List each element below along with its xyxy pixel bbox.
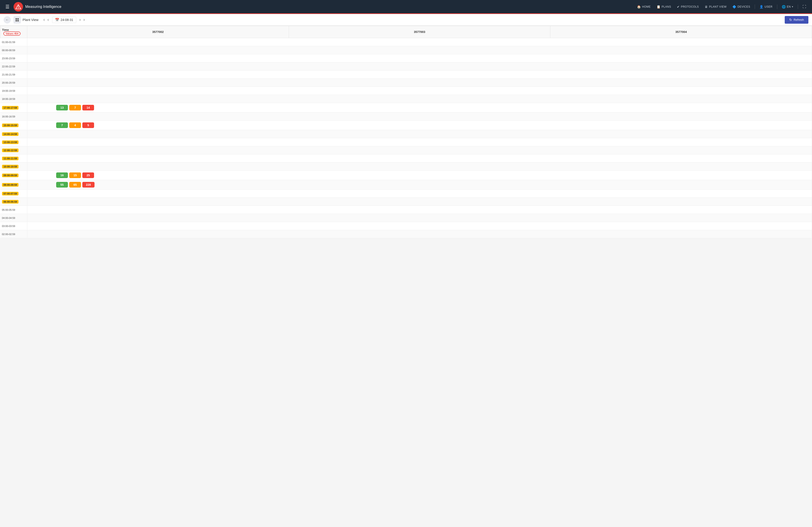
value-chip[interactable]: 5 (82, 122, 94, 128)
value-chip[interactable]: 7 (69, 105, 81, 110)
time-cell: 22:00-22:59 (0, 62, 27, 71)
table-row: 14:00-14:59 (0, 130, 812, 138)
value-chip[interactable]: 14 (82, 105, 94, 110)
lang-icon: 🌐 (782, 5, 786, 9)
data-cell (27, 138, 812, 146)
nav-lang[interactable]: 🌐 en ▾ (780, 4, 796, 10)
data-cell (27, 198, 812, 206)
data-cell: 161525 (27, 171, 812, 180)
protocols-icon: ✔ (677, 5, 680, 9)
data-cell (27, 154, 812, 163)
home-icon: 🏠 (637, 5, 641, 9)
time-cell: 17:00-17:59 (0, 103, 27, 112)
nav-protocols[interactable]: ✔ PROTOCOLS (675, 4, 701, 10)
time-cell: 05:00-05:59 (0, 206, 27, 214)
nav-devices[interactable]: 🔷 DEVICES (730, 4, 752, 10)
data-cell (27, 95, 812, 103)
value-chip[interactable]: 25 (82, 172, 94, 178)
time-cell: 08:00-08:59 (0, 180, 27, 190)
value-chip[interactable]: 16 (56, 172, 68, 178)
expand-icon: ⛶ (802, 5, 806, 9)
time-badge: 13:00-13:59 (2, 140, 19, 144)
nav-lang-label: en (787, 5, 791, 8)
time-badge: 11:00-11:59 (2, 157, 19, 160)
table-row: 19:00-19:59 (0, 87, 812, 95)
devices-icon: 🔷 (733, 5, 737, 9)
svg-rect-4 (17, 18, 19, 20)
nav-user[interactable]: 👤 USER (757, 4, 775, 10)
table-row: 17:00-17:5913714 (0, 103, 812, 112)
data-cell (27, 190, 812, 198)
table-row: 11:00-11:59 (0, 154, 812, 163)
time-badge: 10:00-10:59 (2, 165, 19, 168)
nav-expand[interactable]: ⛶ (800, 3, 809, 10)
value-chip[interactable]: 4 (69, 122, 81, 128)
nav-plant-view[interactable]: 🖥 PLANT VIEW (702, 4, 729, 10)
time-column-header: Time Values 454 (0, 26, 27, 38)
date-picker[interactable]: 📅 24-08-31 (52, 17, 76, 23)
top-navbar: ☰ Measuring Intelligence 🏠 HOME 📋 PLANS … (0, 0, 812, 14)
table-row: 23:00-23:59 (0, 54, 812, 62)
data-cell (27, 71, 812, 79)
time-cell: 11:00-11:59 (0, 154, 27, 163)
table-row: 04:00-04:59 (0, 214, 812, 222)
data-cell: 5565228 (27, 180, 812, 190)
data-cell (27, 230, 812, 238)
table-row: 13:00-13:59 (0, 138, 812, 146)
data-cell (27, 146, 812, 154)
value-chip[interactable]: 55 (56, 182, 68, 187)
nav-plans[interactable]: 📋 PLANS (654, 4, 673, 10)
refresh-label: Refresh (794, 18, 804, 21)
table-row: 02:00-02:59 (0, 230, 812, 238)
nav-home-label: HOME (642, 5, 651, 8)
table-row: 21:00-21:59 (0, 71, 812, 79)
time-cell: 16:00-16:59 (0, 112, 27, 121)
data-cell (27, 79, 812, 87)
time-badge: 12:00-12:59 (2, 149, 19, 152)
time-badge: 14:00-14:59 (2, 132, 19, 136)
lang-chevron-icon: ▾ (792, 5, 793, 8)
nav-home[interactable]: 🏠 HOME (635, 4, 653, 10)
brand: Measuring Intelligence (14, 2, 61, 12)
table-row: 22:00-22:59 (0, 62, 812, 71)
data-cell (27, 46, 812, 54)
chips-container: 5565228 (29, 182, 810, 187)
time-cell: 06:00-06:59 (0, 198, 27, 206)
nav-plant-view-label: PLANT VIEW (709, 5, 726, 8)
data-cell (27, 112, 812, 121)
svg-rect-5 (16, 20, 17, 21)
value-chip[interactable]: 13 (56, 105, 68, 110)
table-row: 10:00-10:59 (0, 163, 812, 171)
next-day-button[interactable]: › (78, 16, 82, 23)
table-row: 16:00-16:59 (0, 112, 812, 121)
back-button[interactable]: ← (4, 16, 11, 24)
refresh-button[interactable]: ↻ Refresh (785, 16, 808, 24)
values-badge: Values 454 (3, 32, 20, 35)
value-chip[interactable]: 7 (56, 122, 68, 128)
time-badge: 09:00-09:59 (2, 174, 19, 177)
prev-month-button[interactable]: ‹ (42, 16, 46, 23)
table-row: 18:00-18:59 (0, 95, 812, 103)
data-cell (27, 87, 812, 95)
plans-icon: 📋 (656, 5, 661, 9)
table-row: 00:00-00:59 (0, 46, 812, 54)
value-chip[interactable]: 228 (82, 182, 95, 187)
table-row: 05:00-05:59 (0, 206, 812, 214)
prev-day-button[interactable]: ‹ (46, 16, 50, 23)
view-icon-button[interactable] (14, 16, 21, 24)
value-chip[interactable]: 65 (69, 182, 81, 187)
time-cell: 23:00-23:59 (0, 54, 27, 62)
data-cell (27, 62, 812, 71)
next-month-button[interactable]: › (82, 16, 86, 23)
calendar-icon: 📅 (55, 18, 59, 22)
table-row: 08:00-08:595565228 (0, 180, 812, 190)
nav-divider-1 (755, 4, 755, 9)
hamburger-menu[interactable]: ☰ (4, 3, 11, 10)
nav-menu: 🏠 HOME 📋 PLANS ✔ PROTOCOLS 🖥 PLANT VIEW … (635, 3, 808, 10)
value-chip[interactable]: 15 (69, 172, 81, 178)
table-row: 01:00-01:59 (0, 38, 812, 46)
nav-divider-3 (798, 4, 798, 9)
data-cell: 745 (27, 121, 812, 130)
table-row: 09:00-09:59161525 (0, 171, 812, 180)
data-table-container: Time Values 454 3577002 3577003 3577004 … (0, 26, 812, 238)
